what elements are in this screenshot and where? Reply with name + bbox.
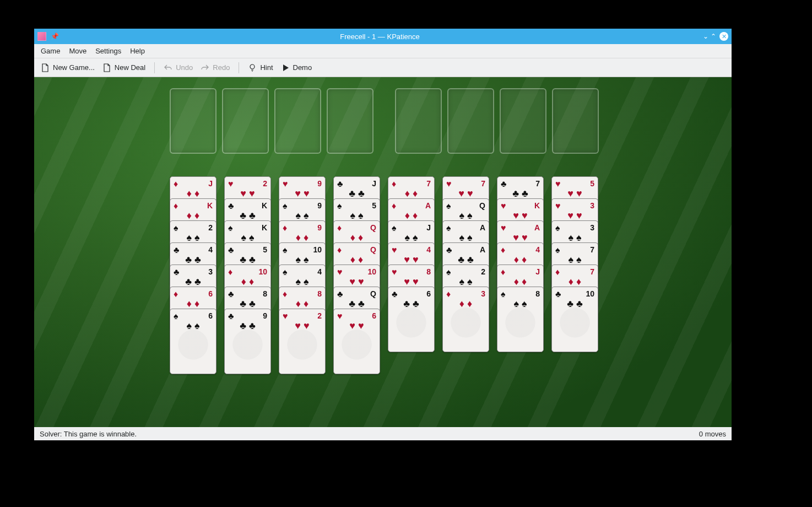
card-rank: K xyxy=(262,201,267,210)
card-rank: Q xyxy=(479,201,485,210)
freecell-slot[interactable] xyxy=(222,88,269,154)
card-rank: 8 xyxy=(426,267,431,276)
suit-icon: ♠ ♠ xyxy=(170,232,216,244)
foundation-slot[interactable] xyxy=(552,88,599,154)
suit-icon: ♣ ♣ xyxy=(552,298,598,310)
playing-card[interactable]: ♣10♣ ♣ xyxy=(551,287,598,352)
suit-icon: ♣ ♣ xyxy=(443,254,489,266)
foundation-slot[interactable] xyxy=(447,88,494,154)
foundation-slot[interactable] xyxy=(500,88,546,154)
demo-button[interactable]: Demo xyxy=(281,63,312,72)
card-rank: 7 xyxy=(590,267,594,276)
card-rank: 10 xyxy=(258,267,267,276)
suit-icon: ♥ ♥ xyxy=(552,210,598,222)
suit-icon: ♦ ♦ xyxy=(170,298,216,310)
suit-icon: ♣ ♣ xyxy=(225,320,270,332)
suit-icon: ♥ ♥ xyxy=(497,210,543,222)
maximize-icon[interactable]: ⌃ xyxy=(711,33,716,40)
card-rank: K xyxy=(534,201,540,210)
suit-icon: ♦ ♦ xyxy=(552,276,598,288)
document-icon xyxy=(102,63,111,72)
suit-icon: ♠ ♠ xyxy=(279,210,325,222)
undo-icon xyxy=(164,63,172,72)
card-rank: 7 xyxy=(481,179,485,188)
playing-card[interactable]: ♠8♠ ♠ xyxy=(497,287,544,352)
titlebar[interactable]: 📌 Freecell - 1 — KPatience ⌄ ⌃ ✕ xyxy=(34,29,732,44)
suit-icon: ♦ ♦ xyxy=(170,188,216,199)
hint-icon xyxy=(248,63,257,72)
menu-move[interactable]: Move xyxy=(69,47,86,55)
card-rank: 5 xyxy=(372,201,376,210)
toolbar: New Game... New Deal Undo Redo Hin xyxy=(34,58,732,77)
freecell-slot[interactable] xyxy=(274,88,321,154)
suit-icon: ♦ ♦ xyxy=(334,254,380,266)
suit-icon: ♠ ♠ xyxy=(388,232,434,244)
freecell-slot[interactable] xyxy=(170,88,216,154)
close-icon[interactable]: ✕ xyxy=(719,32,728,41)
card-rank: 9 xyxy=(263,311,267,320)
menu-settings[interactable]: Settings xyxy=(95,47,121,55)
suit-icon: ♦ ♦ xyxy=(279,298,325,310)
suit-icon: ♠ ♠ xyxy=(334,210,380,222)
playing-card[interactable]: ♣6♣ ♣ xyxy=(388,287,435,352)
playing-card[interactable]: ♠6♠ ♠ xyxy=(170,309,216,374)
suit-icon: ♦ ♦ xyxy=(443,298,489,310)
suit-icon: ♠ ♠ xyxy=(443,276,489,288)
suit-icon: ♥ ♥ xyxy=(388,276,434,288)
pin-icon[interactable]: 📌 xyxy=(51,33,59,40)
card-rank: 4 xyxy=(317,267,322,276)
minimize-icon[interactable]: ⌄ xyxy=(703,33,708,40)
freecell-slot[interactable] xyxy=(327,88,373,154)
card-rank: 7 xyxy=(535,179,540,188)
suit-icon: ♠ ♠ xyxy=(497,298,543,310)
card-rank: 3 xyxy=(590,223,594,232)
card-rank: 2 xyxy=(263,179,267,188)
suit-icon: ♠ ♠ xyxy=(170,320,216,332)
suit-icon: ♦ ♦ xyxy=(225,276,270,288)
card-rank: A xyxy=(425,201,431,210)
playing-card[interactable]: ♥2♥ ♥ xyxy=(279,309,326,374)
suit-icon: ♣ ♣ xyxy=(225,254,270,266)
new-deal-label: New Deal xyxy=(115,63,145,72)
card-rank: 6 xyxy=(208,289,213,298)
card-rank: Q xyxy=(370,245,376,254)
playing-card[interactable]: ♥6♥ ♥ xyxy=(333,309,380,374)
window-title: Freecell - 1 — KPatience xyxy=(59,33,701,41)
suit-icon: ♥ ♥ xyxy=(497,232,543,244)
suit-icon: ♠ ♠ xyxy=(225,232,270,244)
suit-icon: ♥ ♥ xyxy=(334,320,380,332)
menu-game[interactable]: Game xyxy=(41,47,60,55)
suit-icon: ♠ ♠ xyxy=(552,232,598,244)
suit-icon: ♥ ♥ xyxy=(225,188,270,199)
redo-icon xyxy=(201,63,209,72)
suit-icon: ♥ ♥ xyxy=(443,188,489,199)
card-rank: 4 xyxy=(208,245,213,254)
application-window: 📌 Freecell - 1 — KPatience ⌄ ⌃ ✕ Game Mo… xyxy=(34,29,732,440)
card-rank: 4 xyxy=(535,245,540,254)
card-rank: 3 xyxy=(590,201,594,210)
card-rank: 5 xyxy=(590,179,594,188)
card-rank: 6 xyxy=(372,311,376,320)
hint-button[interactable]: Hint xyxy=(248,63,273,72)
card-rank: 2 xyxy=(208,223,213,232)
suit-icon: ♦ ♦ xyxy=(388,210,434,222)
suit-icon: ♥ ♥ xyxy=(552,188,598,199)
suit-icon: ♣ ♣ xyxy=(497,188,543,199)
card-rank: K xyxy=(262,223,267,232)
game-board[interactable]: ♦J♦ ♦♦K♦ ♦♠2♠ ♠♣4♣ ♣♣3♣ ♣♦6♦ ♦♠6♠ ♠♥2♥ ♥… xyxy=(34,77,732,427)
card-rank: A xyxy=(480,245,485,254)
suit-icon: ♦ ♦ xyxy=(388,188,434,199)
card-rank: Q xyxy=(370,223,376,232)
playing-card[interactable]: ♣9♣ ♣ xyxy=(224,309,271,374)
undo-button: Undo xyxy=(164,63,193,72)
foundation-slot[interactable] xyxy=(395,88,442,154)
playing-card[interactable]: ♦3♦ ♦ xyxy=(442,287,489,352)
move-count: 0 moves xyxy=(699,430,726,438)
menu-help[interactable]: Help xyxy=(130,47,145,55)
card-rank: 7 xyxy=(590,245,594,254)
new-deal-button[interactable]: New Deal xyxy=(102,63,145,72)
card-rank: 8 xyxy=(263,289,267,298)
card-rank: 4 xyxy=(426,245,431,254)
suit-icon: ♠ ♠ xyxy=(279,254,325,266)
new-game-button[interactable]: New Game... xyxy=(41,63,95,72)
